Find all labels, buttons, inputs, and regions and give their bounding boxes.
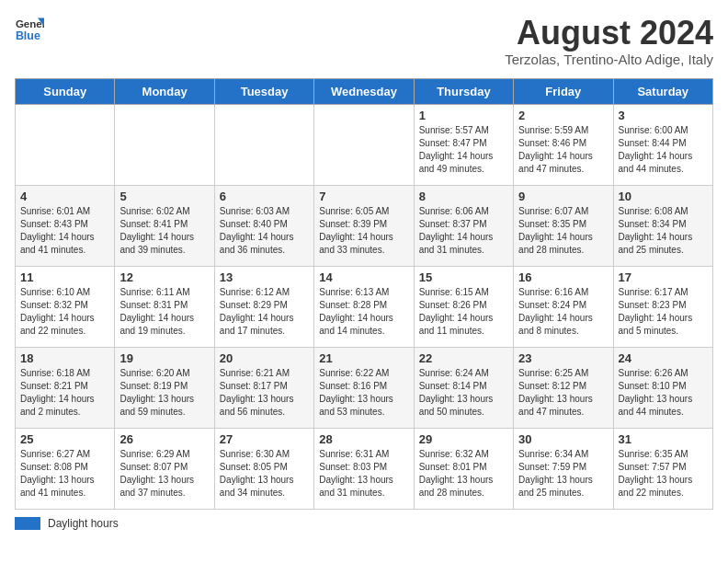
day-info: Sunrise: 6:25 AM Sunset: 8:12 PM Dayligh… (518, 367, 608, 419)
weekday-header: Monday (115, 78, 214, 104)
logo: General Blue (15, 15, 44, 44)
day-number: 7 (319, 190, 408, 203)
weekday-header: Sunday (16, 78, 115, 104)
calendar-day-cell: 5Sunrise: 6:02 AM Sunset: 8:41 PM Daylig… (115, 185, 214, 266)
calendar-day-cell: 1Sunrise: 5:57 AM Sunset: 8:47 PM Daylig… (414, 104, 513, 185)
calendar-day-cell: 10Sunrise: 6:08 AM Sunset: 8:34 PM Dayli… (613, 185, 712, 266)
calendar-day-cell: 17Sunrise: 6:17 AM Sunset: 8:23 PM Dayli… (613, 266, 712, 347)
calendar-day-cell: 4Sunrise: 6:01 AM Sunset: 8:43 PM Daylig… (16, 185, 115, 266)
calendar-day-cell (115, 104, 214, 185)
day-info: Sunrise: 6:20 AM Sunset: 8:19 PM Dayligh… (119, 367, 209, 419)
day-number: 21 (319, 351, 408, 365)
day-number: 13 (220, 270, 309, 284)
calendar-day-cell: 27Sunrise: 6:30 AM Sunset: 8:05 PM Dayli… (214, 428, 313, 509)
calendar-day-cell: 28Sunrise: 6:31 AM Sunset: 8:03 PM Dayli… (314, 428, 414, 509)
calendar-week-row: 11Sunrise: 6:10 AM Sunset: 8:32 PM Dayli… (16, 266, 713, 347)
day-number: 14 (319, 270, 408, 284)
day-number: 20 (220, 351, 309, 365)
day-info: Sunrise: 6:34 AM Sunset: 7:59 PM Dayligh… (518, 448, 608, 500)
weekday-header: Saturday (613, 78, 712, 104)
calendar-day-cell (314, 104, 414, 185)
day-info: Sunrise: 6:11 AM Sunset: 8:31 PM Dayligh… (119, 286, 209, 338)
day-number: 25 (20, 432, 109, 446)
day-info: Sunrise: 6:35 AM Sunset: 7:57 PM Dayligh… (619, 448, 708, 500)
day-number: 5 (119, 190, 209, 203)
day-info: Sunrise: 6:05 AM Sunset: 8:39 PM Dayligh… (319, 205, 408, 257)
calendar-day-cell: 2Sunrise: 5:59 AM Sunset: 8:46 PM Daylig… (514, 104, 613, 185)
day-number: 2 (518, 109, 608, 122)
calendar-title: August 2024 (505, 15, 713, 52)
day-number: 10 (619, 190, 708, 203)
calendar-day-cell: 7Sunrise: 6:05 AM Sunset: 8:39 PM Daylig… (314, 185, 414, 266)
calendar-day-cell: 15Sunrise: 6:15 AM Sunset: 8:26 PM Dayli… (414, 266, 513, 347)
calendar-day-cell: 8Sunrise: 6:06 AM Sunset: 8:37 PM Daylig… (414, 185, 513, 266)
day-info: Sunrise: 5:59 AM Sunset: 8:46 PM Dayligh… (518, 124, 608, 176)
day-info: Sunrise: 6:10 AM Sunset: 8:32 PM Dayligh… (20, 286, 109, 338)
calendar-day-cell (16, 104, 115, 185)
day-info: Sunrise: 6:29 AM Sunset: 8:07 PM Dayligh… (119, 448, 209, 500)
day-info: Sunrise: 6:08 AM Sunset: 8:34 PM Dayligh… (619, 205, 708, 257)
day-info: Sunrise: 6:31 AM Sunset: 8:03 PM Dayligh… (319, 448, 408, 500)
calendar-day-cell: 9Sunrise: 6:07 AM Sunset: 8:35 PM Daylig… (514, 185, 613, 266)
calendar-day-cell: 24Sunrise: 6:26 AM Sunset: 8:10 PM Dayli… (613, 347, 712, 428)
day-info: Sunrise: 6:18 AM Sunset: 8:21 PM Dayligh… (20, 367, 109, 419)
svg-text:Blue: Blue (16, 29, 40, 42)
calendar-week-row: 25Sunrise: 6:27 AM Sunset: 8:08 PM Dayli… (16, 428, 713, 509)
day-info: Sunrise: 6:26 AM Sunset: 8:10 PM Dayligh… (619, 367, 708, 419)
day-number: 1 (419, 109, 508, 122)
day-info: Sunrise: 6:03 AM Sunset: 8:40 PM Dayligh… (220, 205, 309, 257)
calendar-day-cell: 30Sunrise: 6:34 AM Sunset: 7:59 PM Dayli… (514, 428, 613, 509)
calendar-day-cell (214, 104, 313, 185)
day-info: Sunrise: 6:22 AM Sunset: 8:16 PM Dayligh… (319, 367, 408, 419)
calendar-day-cell: 14Sunrise: 6:13 AM Sunset: 8:28 PM Dayli… (314, 266, 414, 347)
day-info: Sunrise: 6:02 AM Sunset: 8:41 PM Dayligh… (119, 205, 209, 257)
day-number: 17 (619, 270, 708, 284)
calendar-day-cell: 3Sunrise: 6:00 AM Sunset: 8:44 PM Daylig… (613, 104, 712, 185)
day-number: 9 (518, 190, 608, 203)
day-info: Sunrise: 6:30 AM Sunset: 8:05 PM Dayligh… (220, 448, 309, 500)
day-info: Sunrise: 6:21 AM Sunset: 8:17 PM Dayligh… (220, 367, 309, 419)
weekday-header: Thursday (414, 78, 513, 104)
weekday-header-row: SundayMondayTuesdayWednesdayThursdayFrid… (16, 78, 713, 104)
calendar-day-cell: 11Sunrise: 6:10 AM Sunset: 8:32 PM Dayli… (16, 266, 115, 347)
calendar-day-cell: 21Sunrise: 6:22 AM Sunset: 8:16 PM Dayli… (314, 347, 414, 428)
day-info: Sunrise: 6:16 AM Sunset: 8:24 PM Dayligh… (518, 286, 608, 338)
day-info: Sunrise: 6:12 AM Sunset: 8:29 PM Dayligh… (220, 286, 309, 338)
day-number: 26 (119, 432, 209, 446)
day-info: Sunrise: 6:13 AM Sunset: 8:28 PM Dayligh… (319, 286, 408, 338)
weekday-header: Friday (514, 78, 613, 104)
calendar-day-cell: 20Sunrise: 6:21 AM Sunset: 8:17 PM Dayli… (214, 347, 313, 428)
calendar-week-row: 18Sunrise: 6:18 AM Sunset: 8:21 PM Dayli… (16, 347, 713, 428)
weekday-header: Wednesday (314, 78, 414, 104)
day-number: 24 (619, 351, 708, 365)
day-number: 3 (619, 109, 708, 122)
calendar-day-cell: 6Sunrise: 6:03 AM Sunset: 8:40 PM Daylig… (214, 185, 313, 266)
calendar-day-cell: 16Sunrise: 6:16 AM Sunset: 8:24 PM Dayli… (514, 266, 613, 347)
day-info: Sunrise: 6:15 AM Sunset: 8:26 PM Dayligh… (419, 286, 508, 338)
day-info: Sunrise: 6:00 AM Sunset: 8:44 PM Dayligh… (619, 124, 708, 176)
day-info: Sunrise: 6:24 AM Sunset: 8:14 PM Dayligh… (419, 367, 508, 419)
day-number: 8 (419, 190, 508, 203)
day-number: 6 (220, 190, 309, 203)
day-number: 28 (319, 432, 408, 446)
calendar-day-cell: 31Sunrise: 6:35 AM Sunset: 7:57 PM Dayli… (613, 428, 712, 509)
calendar-day-cell: 29Sunrise: 6:32 AM Sunset: 8:01 PM Dayli… (414, 428, 513, 509)
legend-label: Daylight hours (48, 517, 119, 530)
day-number: 4 (20, 190, 109, 203)
calendar-table: SundayMondayTuesdayWednesdayThursdayFrid… (15, 78, 713, 510)
day-number: 22 (419, 351, 508, 365)
day-number: 15 (419, 270, 508, 284)
calendar-day-cell: 22Sunrise: 6:24 AM Sunset: 8:14 PM Dayli… (414, 347, 513, 428)
day-number: 23 (518, 351, 608, 365)
day-info: Sunrise: 6:06 AM Sunset: 8:37 PM Dayligh… (419, 205, 508, 257)
day-number: 29 (419, 432, 508, 446)
calendar-day-cell: 12Sunrise: 6:11 AM Sunset: 8:31 PM Dayli… (115, 266, 214, 347)
day-info: Sunrise: 6:32 AM Sunset: 8:01 PM Dayligh… (419, 448, 508, 500)
day-number: 16 (518, 270, 608, 284)
day-info: Sunrise: 6:01 AM Sunset: 8:43 PM Dayligh… (20, 205, 109, 257)
day-number: 11 (20, 270, 109, 284)
page-header: General Blue August 2024 Terzolas, Trent… (15, 15, 713, 67)
day-info: Sunrise: 6:07 AM Sunset: 8:35 PM Dayligh… (518, 205, 608, 257)
day-number: 27 (220, 432, 309, 446)
calendar-week-row: 4Sunrise: 6:01 AM Sunset: 8:43 PM Daylig… (16, 185, 713, 266)
